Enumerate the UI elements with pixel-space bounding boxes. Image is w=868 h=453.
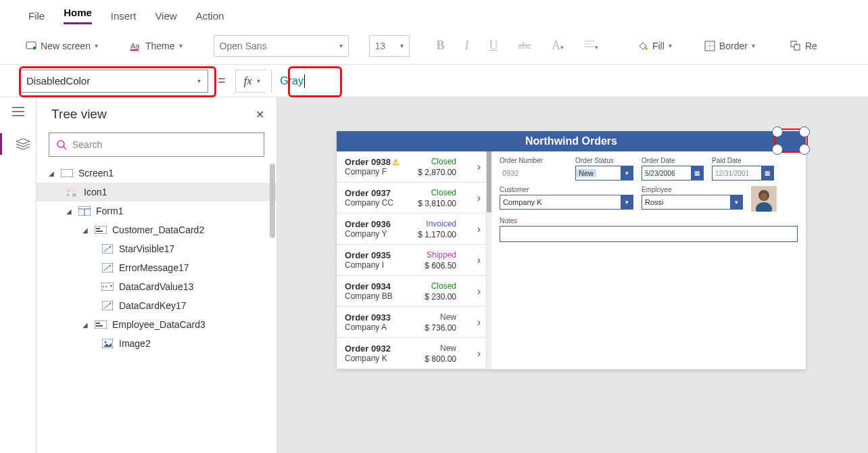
- gallery-item[interactable]: Order 0936Company YInvoiced$ 1,170.00›: [337, 214, 486, 245]
- tree-title: Tree view: [51, 107, 107, 122]
- svg-line-17: [64, 147, 66, 149]
- label-status: Order Status: [575, 157, 633, 164]
- gallery-item[interactable]: Order 0933Company ANew$ 736.00›: [337, 307, 486, 338]
- fill-button[interactable]: Fill▾: [632, 38, 677, 54]
- fontsize-selector[interactable]: 13▾: [369, 35, 410, 57]
- svg-text:+: +: [66, 192, 69, 197]
- tree-node-icon1[interactable]: ♡♡+⟳ Icon1: [37, 183, 276, 201]
- align-button[interactable]: ▾: [577, 39, 605, 53]
- layers-icon: [16, 139, 30, 149]
- label-orderdate: Order Date: [642, 157, 704, 164]
- screen-icon: [26, 41, 37, 51]
- field-customer[interactable]: Company K▾: [500, 195, 633, 210]
- menu-insert[interactable]: Insert: [111, 10, 137, 22]
- svg-rect-12: [794, 45, 800, 50]
- tree-node-form[interactable]: ◢Form1: [37, 201, 276, 220]
- font-selector[interactable]: Open Sans▾: [214, 35, 349, 57]
- tree-node-image2[interactable]: Image2: [37, 334, 276, 353]
- menubar: File Home Insert View Action: [0, 0, 868, 30]
- svg-rect-41: [95, 320, 107, 329]
- gallery-item[interactable]: Order 0932Company KNew$ 800.00›: [337, 338, 486, 369]
- svg-point-31: [110, 246, 111, 247]
- ribbon: New screen▾ Aa Theme▾ Open Sans▾ 13▾ B I…: [0, 30, 868, 65]
- formula-bar: DisabledColor▾ = fx▾ Gray: [0, 65, 868, 97]
- datacard-icon: [95, 320, 107, 329]
- label-employee: Employee: [642, 186, 743, 193]
- order-gallery[interactable]: Order 0938⚠Company FClosed$ 2,870.00›Ord…: [337, 151, 487, 369]
- svg-rect-27: [96, 228, 100, 229]
- canvas[interactable]: Northwind Orders Order 0938⚠Company FClo…: [277, 97, 868, 453]
- gallery-item[interactable]: Order 0938⚠Company FClosed$ 2,870.00›: [337, 151, 486, 183]
- bold-button[interactable]: B: [430, 39, 452, 53]
- label-icon: [101, 244, 114, 254]
- label-notes: Notes: [500, 217, 798, 224]
- field-status[interactable]: New▾: [575, 166, 633, 181]
- strike-button[interactable]: abc: [512, 41, 538, 51]
- fontcolor-button[interactable]: A▾: [545, 39, 571, 53]
- svg-text:Aa: Aa: [130, 42, 140, 50]
- dropdown-icon: [101, 282, 114, 291]
- svg-point-36: [103, 286, 104, 287]
- search-input[interactable]: Search: [49, 133, 264, 157]
- theme-button[interactable]: Aa Theme▾: [125, 38, 188, 54]
- left-rail: [0, 97, 37, 453]
- property-selector[interactable]: DisabledColor▾: [19, 70, 208, 93]
- field-notes[interactable]: [500, 226, 798, 242]
- search-icon: [56, 139, 67, 150]
- svg-rect-3: [130, 49, 139, 51]
- formula-input[interactable]: Gray: [271, 70, 849, 93]
- fx-dropdown[interactable]: ▾: [257, 77, 260, 85]
- gallery-item[interactable]: Order 0937Company CCClosed$ 3,810.00›: [337, 183, 486, 214]
- fill-icon: [637, 41, 648, 51]
- menu-home[interactable]: Home: [64, 7, 92, 24]
- screen-icon: [61, 168, 73, 178]
- tree-scrollbar[interactable]: [270, 164, 275, 238]
- datacard-icon: [95, 225, 107, 235]
- tree-node-card1[interactable]: ◢Customer_DataCard2: [37, 220, 276, 239]
- border-icon: [704, 41, 715, 51]
- group-icon: ♡♡+⟳: [66, 187, 78, 197]
- hamburger-icon[interactable]: [12, 107, 24, 118]
- tree-panel: Tree view ✕ Search ◢Screen1 ♡♡+⟳ Icon1 ◢…: [37, 97, 277, 453]
- gallery-scrollbar[interactable]: [487, 151, 491, 369]
- app-title: Northwind Orders: [337, 131, 806, 151]
- tree-node-screen[interactable]: ◢Screen1: [37, 164, 276, 183]
- underline-button[interactable]: U: [483, 39, 505, 53]
- svg-rect-18: [61, 169, 73, 177]
- field-paiddate[interactable]: 12/31/2001▦: [712, 166, 774, 181]
- menu-action[interactable]: Action: [196, 10, 224, 22]
- svg-point-49: [761, 193, 767, 200]
- menu-view[interactable]: View: [155, 10, 176, 22]
- menu-file[interactable]: File: [28, 10, 45, 22]
- gallery-item[interactable]: Order 0935Company IShipped$ 606.50›: [337, 245, 486, 276]
- tree-node-starvisible[interactable]: StarVisible17: [37, 239, 276, 258]
- svg-point-16: [57, 141, 64, 147]
- svg-rect-28: [96, 231, 103, 232]
- gallery-item[interactable]: Order 0934Company BBClosed$ 230.00›: [337, 276, 486, 307]
- field-employee[interactable]: Rossi▾: [642, 195, 743, 210]
- svg-point-7: [645, 47, 648, 50]
- tree-node-card2[interactable]: ◢Employee_DataCard3: [37, 315, 276, 334]
- svg-point-34: [110, 265, 111, 266]
- tree-node-errormsg[interactable]: ErrorMessage17: [37, 258, 276, 277]
- field-orderdate[interactable]: 5/23/2006▦: [642, 166, 704, 181]
- treeview-tab[interactable]: [0, 133, 36, 155]
- equals-sign: =: [214, 73, 230, 89]
- form-icon: [78, 206, 91, 216]
- tree-node-datacardvalue[interactable]: DataCardValue13: [37, 277, 276, 296]
- italic-button[interactable]: I: [458, 39, 476, 53]
- reorder-button[interactable]: Re: [785, 38, 823, 54]
- field-ordernum: 0932: [500, 166, 567, 181]
- app-preview: Northwind Orders Order 0938⚠Company FClo…: [337, 131, 806, 369]
- reorder-icon: [790, 41, 801, 51]
- new-screen-button[interactable]: New screen▾: [20, 38, 103, 54]
- svg-point-40: [110, 303, 111, 304]
- svg-text:⟳: ⟳: [72, 192, 76, 197]
- border-button[interactable]: Border▾: [699, 38, 761, 54]
- svg-point-37: [105, 286, 107, 287]
- svg-rect-1: [33, 47, 36, 49]
- detail-form: Order Number0932 Order StatusNew▾ Order …: [491, 151, 806, 369]
- close-icon[interactable]: ✕: [256, 108, 264, 121]
- label-icon: [101, 263, 114, 272]
- tree-node-datacardkey[interactable]: DataCardKey17: [37, 296, 276, 315]
